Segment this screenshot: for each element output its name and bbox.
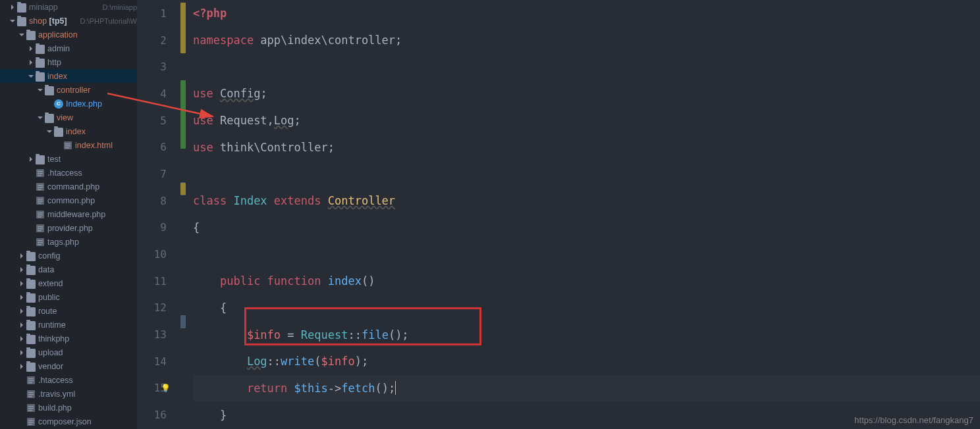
code-line[interactable]: Log::write($info); <box>193 348 980 375</box>
file-icon <box>36 168 45 178</box>
tree-item[interactable]: data <box>0 263 137 276</box>
tree-item[interactable]: admin <box>0 41 137 55</box>
tree-item[interactable]: common.php <box>0 193 137 207</box>
file-icon <box>26 403 36 413</box>
code-token: function <box>267 274 328 288</box>
tree-item-label: view <box>57 113 137 122</box>
code-line[interactable]: class Index extends Controller <box>193 188 980 214</box>
editor[interactable]: 12345678910111213141516 <?phpnamespace a… <box>137 0 980 429</box>
chevron-right-icon[interactable] <box>18 253 25 259</box>
tree-item-label: .htaccess <box>38 376 137 385</box>
chevron-right-icon[interactable] <box>28 156 34 163</box>
tree-item[interactable]: index <box>0 69 137 83</box>
folder-icon <box>26 293 36 302</box>
project-tree[interactable]: miniappD:\miniapp shop [tp5]D:\PHPTutori… <box>0 0 137 429</box>
file-icon <box>36 238 45 247</box>
tree-item[interactable]: view <box>0 111 137 124</box>
chevron-right-icon[interactable] <box>18 363 25 370</box>
tree-item[interactable]: composer.json <box>0 415 137 428</box>
tree-item[interactable]: index.html <box>0 138 137 152</box>
tree-item[interactable]: index <box>0 124 137 138</box>
tree-item[interactable]: vendor <box>0 359 137 373</box>
svg-rect-19 <box>38 216 41 217</box>
code-token: Controller <box>328 194 395 207</box>
tree-item[interactable]: command.php <box>0 180 137 193</box>
tree-item[interactable]: route <box>0 304 137 318</box>
code-token: { <box>220 301 227 315</box>
folder-icon <box>36 72 45 81</box>
tree-item[interactable]: tags.php <box>0 235 137 249</box>
chevron-right-icon[interactable] <box>18 308 25 315</box>
code-line[interactable]: use Request,Log; <box>193 107 980 134</box>
tree-item[interactable]: public <box>0 290 137 304</box>
chevron-right-icon[interactable] <box>18 266 25 273</box>
chevron-right-icon[interactable] <box>9 4 16 11</box>
svg-rect-7 <box>38 175 41 176</box>
code-token: return <box>247 382 294 395</box>
chevron-down-icon[interactable] <box>18 32 25 38</box>
code-line[interactable] <box>193 53 980 80</box>
code-line[interactable]: 💡 return $this->fetch(); <box>193 375 980 402</box>
chevron-right-icon[interactable] <box>18 280 25 287</box>
code-line[interactable]: { <box>193 214 980 241</box>
tree-item-label: extend <box>38 279 137 288</box>
line-number: 12 <box>137 295 167 322</box>
tree-item[interactable]: CIndex.php <box>0 97 137 111</box>
chevron-down-icon[interactable] <box>46 128 53 135</box>
chevron-right-icon[interactable] <box>28 45 34 52</box>
code-line[interactable]: <?php <box>193 0 980 27</box>
chevron-right-icon[interactable] <box>18 336 25 342</box>
code-line[interactable]: namespace app\index\controller; <box>193 27 980 54</box>
chevron-down-icon[interactable] <box>9 18 16 24</box>
tree-item-label: shop [tp5] <box>29 16 76 26</box>
chevron-right-icon[interactable] <box>18 294 25 301</box>
tree-item[interactable]: controller <box>0 83 137 97</box>
tree-item[interactable]: thinkphp <box>0 332 137 345</box>
code-line[interactable]: public function index() <box>193 268 980 295</box>
svg-rect-2 <box>65 145 70 146</box>
tree-item[interactable]: build.php <box>0 401 137 415</box>
tree-item[interactable]: shop [tp5]D:\PHPTutorial\W <box>0 14 137 28</box>
chevron-right-icon[interactable] <box>28 59 34 66</box>
code-area[interactable]: <?phpnamespace app\index\controller;use … <box>186 0 980 429</box>
svg-rect-1 <box>65 143 70 144</box>
file-icon <box>63 141 72 150</box>
tree-item[interactable]: .htaccess <box>0 166 137 180</box>
tree-item-label: common.php <box>47 196 137 205</box>
tree-item[interactable]: config <box>0 249 137 263</box>
code-line[interactable]: use Config; <box>193 80 980 107</box>
chevron-down-icon[interactable] <box>28 73 34 80</box>
code-token <box>193 301 220 315</box>
tree-item[interactable]: miniappD:\miniapp <box>0 0 137 14</box>
tree-item[interactable]: application <box>0 28 137 41</box>
svg-rect-6 <box>38 173 43 174</box>
svg-rect-41 <box>28 420 34 420</box>
tree-item-label: http <box>47 58 137 67</box>
tree-item[interactable]: http <box>0 55 137 69</box>
chevron-right-icon[interactable] <box>18 349 25 356</box>
intention-bulb-icon[interactable]: 💡 <box>161 384 171 393</box>
tree-item[interactable]: middleware.php <box>0 207 137 221</box>
tree-item[interactable]: test <box>0 152 137 166</box>
svg-rect-23 <box>38 230 41 231</box>
chevron-right-icon[interactable] <box>18 322 25 328</box>
code-line[interactable] <box>193 161 980 188</box>
tree-item[interactable]: provider.php <box>0 221 137 235</box>
tree-item[interactable]: runtime <box>0 318 137 332</box>
tree-item[interactable]: .travis.yml <box>0 387 137 401</box>
code-token: ); <box>355 355 368 368</box>
tree-item-label: public <box>38 293 137 302</box>
tree-item[interactable]: .htaccess <box>0 373 137 387</box>
tree-item-label: config <box>38 251 137 261</box>
code-line[interactable]: use think\Controller; <box>193 134 980 161</box>
folder-icon <box>26 362 36 371</box>
tree-item[interactable]: extend <box>0 276 137 290</box>
chevron-down-icon[interactable] <box>37 114 43 121</box>
code-line[interactable]: { <box>193 295 980 322</box>
tree-item[interactable]: upload <box>0 345 137 359</box>
code-line[interactable] <box>193 241 980 268</box>
chevron-down-icon[interactable] <box>37 87 43 93</box>
code-line[interactable]: $info = Request::file(); <box>193 321 980 348</box>
folder-icon <box>17 16 26 26</box>
code-token: Request <box>220 114 267 127</box>
